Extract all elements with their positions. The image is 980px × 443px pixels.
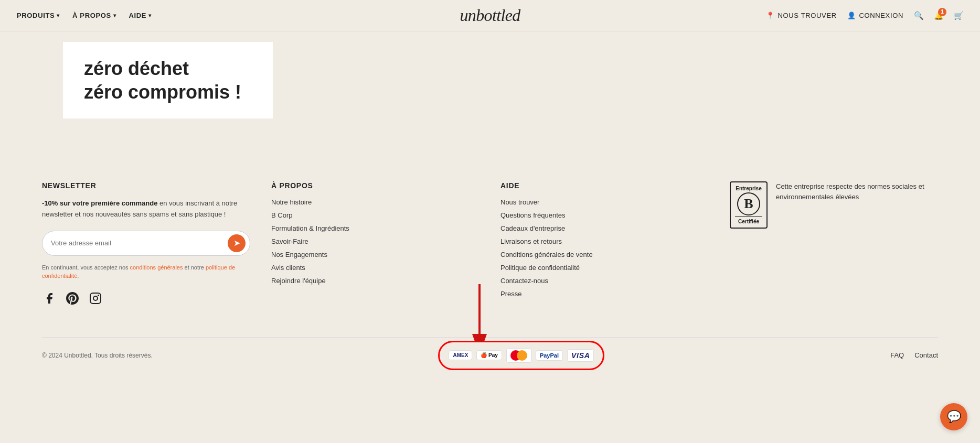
mc-right-circle: [517, 350, 527, 361]
bcorp-certified-label: Certifiée: [735, 216, 762, 224]
hero-line1: zéro déchet: [84, 58, 189, 79]
link-rejoindre[interactable]: Rejoindre l'équipe: [271, 277, 480, 285]
svg-point-1: [93, 296, 98, 300]
aide-title: AIDE: [500, 181, 709, 190]
bcorp-description: Cette entreprise respecte des normes soc…: [776, 181, 938, 202]
link-livraisons[interactable]: Livraisons et retours: [500, 237, 709, 245]
email-form: ➤: [42, 231, 250, 256]
red-arrow-svg: [461, 284, 498, 342]
link-savoir-faire[interactable]: Savoir-Faire: [271, 237, 480, 245]
pinterest-icon[interactable]: [65, 291, 80, 306]
newsletter-legal: En continuant, vous acceptez nos conditi…: [42, 263, 250, 280]
bcorp-section: Entreprise B Certifiée Cette entreprise …: [730, 181, 938, 229]
facebook-icon[interactable]: [42, 291, 57, 306]
copyright: © 2024 Unbottled. Tous droits réservés.: [42, 352, 153, 359]
apropos-chevron-icon: ▾: [113, 13, 116, 18]
link-bcorp[interactable]: B Corp: [271, 211, 480, 219]
login-label: CONNEXION: [859, 12, 903, 19]
legal-text: En continuant, vous acceptez nos: [42, 264, 130, 271]
amex-label: AMEX: [453, 352, 468, 358]
notification-badge: 1: [938, 8, 946, 16]
footer-links-bottom: FAQ Contact: [890, 351, 938, 359]
hero-card: zéro déchet zéro compromis !: [63, 42, 273, 118]
paypal-label: PayPal: [540, 352, 559, 359]
nav-apropos[interactable]: À PROPOS ▾: [72, 12, 116, 19]
bcorp-enterprise-label: Entreprise: [736, 186, 761, 191]
svg-point-2: [98, 295, 99, 296]
footer-bottom: © 2024 Unbottled. Tous droits réservés. …: [42, 337, 938, 373]
cart-button[interactable]: 🛒: [954, 11, 963, 20]
site-logo[interactable]: unbottled: [460, 6, 520, 25]
newsletter-description: -10% sur votre première commande en vous…: [42, 198, 250, 220]
bcorp-badge: Entreprise B Certifiée: [730, 181, 768, 229]
footer-bcorp-col: Entreprise B Certifiée Cette entreprise …: [730, 181, 938, 306]
bcorp-text: Cette entreprise respecte des normes soc…: [776, 181, 938, 202]
nav-right: 📍 NOUS TROUVER 👤 CONNEXION 🔍 🔔 1 🛒: [766, 11, 963, 20]
cart-icon: 🛒: [954, 11, 964, 20]
aide-chevron-icon: ▾: [148, 13, 152, 18]
amex-payment: AMEX: [449, 350, 472, 360]
hero-line2: zéro compromis !: [84, 81, 241, 103]
link-engagements[interactable]: Nos Engagements: [271, 251, 480, 258]
apropos-links: Notre histoire B Corp Formulation & Ingr…: [271, 198, 480, 285]
apropos-title: À PROPOS: [271, 181, 480, 190]
mastercard-circles: [510, 350, 527, 361]
visa-payment: VISA: [567, 349, 594, 362]
notifications-button[interactable]: 🔔 1: [934, 11, 943, 20]
link-contact[interactable]: Contactez-nous: [500, 277, 709, 285]
link-faq[interactable]: Questions fréquentes: [500, 211, 709, 219]
legal-and: et notre: [183, 264, 205, 271]
link-cadeaux[interactable]: Cadeaux d'entreprise: [500, 224, 709, 232]
nav-products[interactable]: PRODUITS ▾: [17, 12, 60, 19]
find-us-nav[interactable]: 📍 NOUS TROUVER: [766, 12, 837, 19]
navbar: PRODUITS ▾ À PROPOS ▾ AIDE ▾ unbottled 📍…: [0, 0, 980, 31]
hero-title: zéro déchet zéro compromis !: [84, 57, 241, 104]
location-icon: 📍: [766, 12, 775, 19]
instagram-icon[interactable]: [88, 291, 103, 306]
search-icon: 🔍: [914, 11, 924, 20]
link-avis[interactable]: Avis clients: [271, 264, 480, 272]
search-button[interactable]: 🔍: [914, 11, 923, 20]
mastercard-payment: [506, 348, 531, 363]
payment-area: AMEX 🍎 Pay PayPal: [449, 348, 594, 363]
link-formulation[interactable]: Formulation & Ingrédients: [271, 224, 480, 232]
link-notre-histoire[interactable]: Notre histoire: [271, 198, 480, 206]
paypal-payment: PayPal: [536, 350, 563, 361]
visa-label: VISA: [571, 351, 590, 360]
contact-link[interactable]: Contact: [914, 351, 938, 359]
apropos-label: À PROPOS: [72, 12, 111, 19]
footer: NEWSLETTER -10% sur votre première comma…: [0, 150, 980, 373]
link-cgv[interactable]: Conditions générales de vente: [500, 251, 709, 258]
newsletter-desc-bold: -10% sur votre première commande: [42, 199, 157, 207]
products-chevron-icon: ▾: [57, 13, 60, 18]
aide-links: Nous trouver Questions fréquentes Cadeau…: [500, 198, 709, 298]
email-input[interactable]: [51, 239, 228, 247]
arrow-overlay: [461, 284, 498, 342]
aide-label: AIDE: [129, 12, 147, 19]
link-presse[interactable]: Presse: [500, 290, 709, 298]
find-us-label: NOUS TROUVER: [777, 12, 836, 19]
footer-apropos-col: À PROPOS Notre histoire B Corp Formulati…: [271, 181, 480, 306]
hero-section: zéro déchet zéro compromis !: [0, 31, 980, 129]
newsletter-title: NEWSLETTER: [42, 181, 250, 190]
applepay-payment: 🍎 Pay: [476, 350, 502, 360]
social-icons: [42, 291, 250, 306]
nav-left: PRODUITS ▾ À PROPOS ▾ AIDE ▾: [17, 12, 152, 19]
products-label: PRODUITS: [17, 12, 55, 19]
email-submit-button[interactable]: ➤: [228, 234, 246, 252]
login-nav[interactable]: 👤 CONNEXION: [847, 12, 903, 19]
svg-rect-0: [90, 293, 101, 304]
footer-newsletter-col: NEWSLETTER -10% sur votre première comma…: [42, 181, 250, 306]
faq-link[interactable]: FAQ: [890, 351, 904, 359]
legal-end: .: [77, 273, 79, 279]
legal-link1[interactable]: conditions générales: [130, 264, 183, 271]
link-confidentialite[interactable]: Politique de confidentialité: [500, 264, 709, 272]
footer-bottom-wrapper: © 2024 Unbottled. Tous droits réservés. …: [42, 337, 938, 373]
user-icon: 👤: [847, 12, 856, 19]
footer-aide-col: AIDE Nous trouver Questions fréquentes C…: [500, 181, 709, 306]
link-nous-trouver[interactable]: Nous trouver: [500, 198, 709, 206]
applepay-label: 🍎 Pay: [481, 352, 498, 358]
bcorp-b-letter: B: [737, 192, 760, 215]
nav-aide[interactable]: AIDE ▾: [129, 12, 152, 19]
